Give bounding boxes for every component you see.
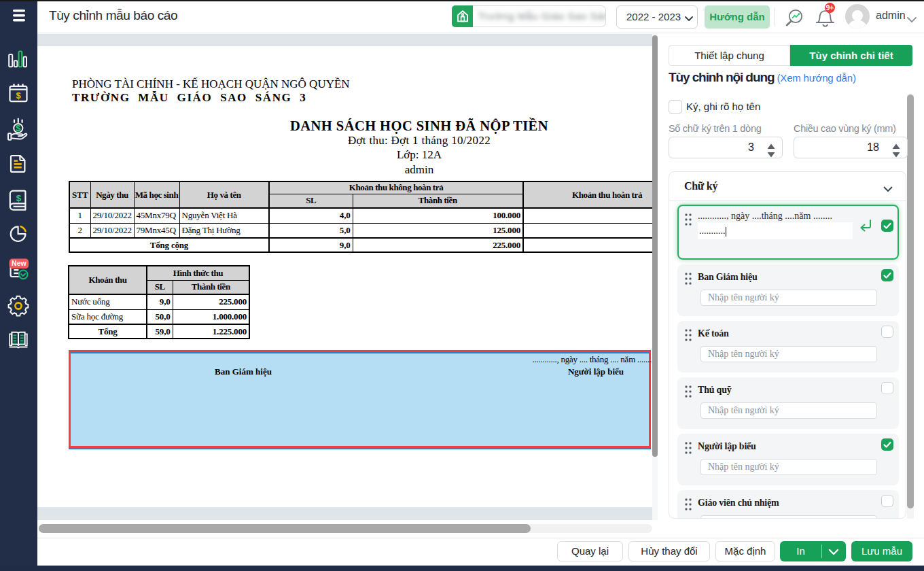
svg-text:$: $ [16, 123, 21, 133]
svg-text:$: $ [16, 90, 21, 101]
svg-text:New: New [12, 259, 26, 267]
svg-text:$: $ [16, 193, 22, 203]
svg-text:9+: 9+ [826, 4, 834, 12]
